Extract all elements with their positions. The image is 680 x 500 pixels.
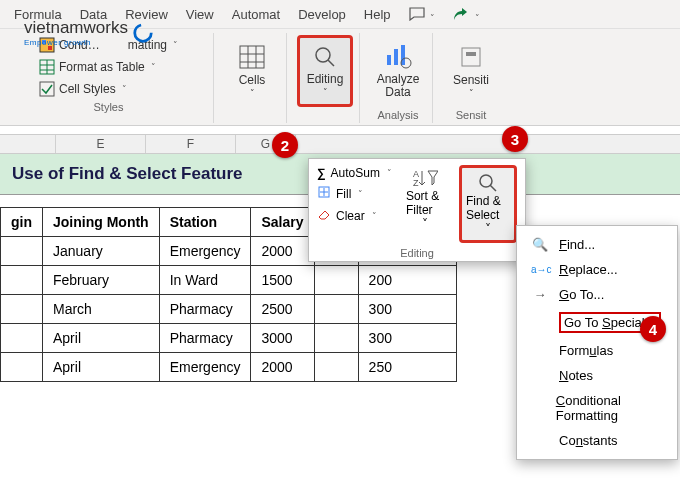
cells-label: Cells [239, 74, 266, 87]
logo-swirl-icon [132, 22, 154, 44]
analysis-group: Analyze Data Analysis [364, 33, 433, 123]
sensitivity-label: Sensiti [453, 74, 489, 87]
col-gin[interactable]: gin [1, 208, 43, 237]
menu-notes[interactable]: Notes [517, 363, 677, 388]
vietnamworks-logo: vietnamworks Empower growth [24, 18, 154, 47]
search-icon [313, 45, 337, 69]
menu-goto-label: Go To... [559, 287, 604, 302]
logo-tagline: Empower growth [24, 38, 128, 47]
sort-filter-label: Sort & Filter [406, 189, 445, 217]
svg-text:Z: Z [413, 178, 419, 188]
analyze-label: Analyze Data [372, 73, 424, 99]
share-button[interactable]: ˅ [445, 3, 488, 28]
share-icon [453, 7, 469, 21]
col-station[interactable]: Station [159, 208, 251, 237]
col-header-blank[interactable] [0, 135, 56, 153]
chevron-down-icon: ˅ [122, 84, 127, 94]
chevron-down-icon: ˅ [173, 40, 178, 50]
svg-line-14 [328, 60, 334, 66]
styles-group-label: Styles [94, 101, 124, 113]
tab-develop[interactable]: Develop [290, 3, 354, 28]
step-badge-2: 2 [272, 132, 298, 158]
sort-filter-button[interactable]: AZ Sort & Filter ˅ [402, 165, 449, 233]
eraser-icon [317, 207, 331, 224]
svg-line-26 [490, 185, 496, 191]
sigma-icon: ∑ [317, 166, 326, 180]
sensitivity-group: Sensiti ˅ Sensit [437, 33, 505, 123]
menu-notes-label: Notes [559, 368, 593, 383]
format-as-table-button[interactable]: Format as Table ˅ [35, 57, 182, 77]
table-row: AprilEmergency2000250 [1, 353, 457, 382]
table-row: FebruaryIn Ward1500200 [1, 266, 457, 295]
find-select-menu: 🔍 Find... a→c Replace... → Go To... Go T… [516, 225, 678, 460]
sensitivity-icon [458, 44, 484, 70]
svg-point-21 [135, 24, 152, 41]
table-row: MarchPharmacy2500300 [1, 295, 457, 324]
cells-group: Cells ˅ [218, 33, 287, 123]
step-badge-3: 3 [502, 126, 528, 152]
clear-button[interactable]: Clear ˅ [317, 206, 392, 225]
menu-find-label: Find... [559, 237, 595, 252]
replace-icon: a→c [531, 264, 549, 275]
menu-condfmt-label: Conditional Formatting [556, 393, 663, 423]
tab-automate[interactable]: Automat [224, 3, 288, 28]
tab-help[interactable]: Help [356, 3, 399, 28]
logo-text: vietnamworks [24, 18, 128, 38]
svg-rect-16 [394, 49, 398, 65]
table-icon [39, 59, 55, 75]
fill-icon [317, 185, 331, 202]
menu-replace-label: Replace... [559, 262, 618, 277]
menu-goto[interactable]: → Go To... [517, 282, 677, 307]
table-row: AprilPharmacy3000300 [1, 324, 457, 353]
comments-button[interactable]: ˅ [401, 3, 444, 28]
editing-dropdown: ∑ AutoSum ˅ Fill ˅ Clear ˅ AZ Sort & [308, 158, 526, 262]
cell-styles-icon [39, 81, 55, 97]
editing-label: Editing [307, 73, 344, 86]
find-select-label: Find & Select [466, 194, 510, 222]
search-icon: 🔍 [531, 237, 549, 252]
editing-group: Editing ˅ [291, 33, 360, 123]
autosum-button[interactable]: ∑ AutoSum ˅ [317, 165, 392, 181]
format-table-label: Format as Table [59, 60, 145, 74]
analyze-icon [384, 43, 412, 69]
analyze-data-button[interactable]: Analyze Data [370, 35, 426, 107]
menu-constants[interactable]: Constants [517, 428, 677, 453]
column-headers-row: E F G [0, 134, 680, 154]
menu-formulas-label: Formulas [559, 343, 613, 358]
editing-button[interactable]: Editing ˅ [297, 35, 353, 107]
menu-replace[interactable]: a→c Replace... [517, 257, 677, 282]
autosum-label: AutoSum [331, 166, 380, 180]
chevron-down-icon: ˅ [422, 217, 428, 231]
arrow-right-icon: → [531, 287, 549, 302]
comment-icon [409, 7, 425, 21]
svg-rect-20 [466, 52, 476, 56]
svg-point-13 [316, 48, 330, 62]
chevron-down-icon: ˅ [485, 222, 491, 236]
fill-button[interactable]: Fill ˅ [317, 184, 392, 203]
chevron-down-icon: ˅ [323, 87, 328, 97]
sensitivity-button[interactable]: Sensiti ˅ [443, 35, 499, 107]
find-select-button[interactable]: Find & Select ˅ [459, 165, 517, 243]
analysis-group-label: Analysis [378, 109, 419, 121]
tab-view[interactable]: View [178, 3, 222, 28]
svg-rect-8 [240, 46, 264, 68]
svg-rect-15 [387, 55, 391, 65]
chevron-down-icon: ˅ [372, 211, 377, 221]
menu-constants-label: Constants [559, 433, 618, 448]
cells-button[interactable]: Cells ˅ [224, 35, 280, 107]
svg-rect-19 [462, 48, 480, 66]
menu-conditional-formatting[interactable]: Conditional Formatting [517, 388, 677, 428]
cells-icon [238, 44, 266, 70]
col-salary[interactable]: Salary [251, 208, 314, 237]
col-header-f[interactable]: F [146, 135, 236, 153]
chevron-down-icon: ˅ [358, 189, 363, 199]
menu-find[interactable]: 🔍 Find... [517, 232, 677, 257]
cell-styles-button[interactable]: Cell Styles ˅ [35, 79, 182, 99]
col-joining-month[interactable]: Joining Month [43, 208, 160, 237]
step-badge-4: 4 [640, 316, 666, 342]
editing-dd-label: Editing [317, 247, 517, 259]
chevron-down-icon: ˅ [250, 88, 255, 98]
col-header-e[interactable]: E [56, 135, 146, 153]
sensitivity-group-label: Sensit [456, 109, 487, 121]
chevron-down-icon: ˅ [151, 62, 156, 72]
